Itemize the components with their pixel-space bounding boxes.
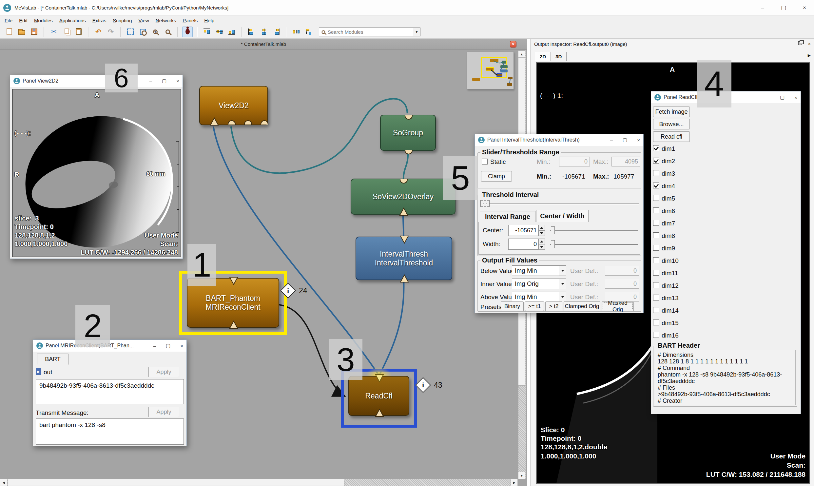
apply-out-button[interactable]: Apply xyxy=(148,367,179,377)
menu-edit[interactable]: Edit xyxy=(16,17,31,24)
copy-button[interactable] xyxy=(61,27,71,37)
window-maximize-icon[interactable]: ▢ xyxy=(779,3,788,13)
node-bart-input-connector[interactable] xyxy=(229,277,238,285)
fetch-image-button[interactable]: Fetch image xyxy=(653,107,690,117)
dim12-checkbox[interactable] xyxy=(653,282,659,288)
menu-view[interactable]: View xyxy=(135,17,152,24)
node-soview2doverlay-input-connector[interactable] xyxy=(400,179,408,184)
out-value-textarea[interactable]: 9b48492b-93f5-406a-8613-df5c3aeddddc xyxy=(36,379,184,404)
static-checkbox[interactable] xyxy=(482,159,488,165)
tab-2d[interactable]: 2D xyxy=(535,52,551,61)
menu-applications[interactable]: Applications xyxy=(56,17,89,24)
network-hscrollbar[interactable]: ◀ ▶ xyxy=(0,479,518,486)
panel-view2d2-titlebar[interactable]: Panel View2D2 – ▢ × xyxy=(10,75,183,87)
combo-dropdown-icon[interactable] xyxy=(559,292,566,302)
preset-clamped-orig-button[interactable]: Clamped Orig xyxy=(564,301,600,311)
wire-intervalthresh-readcfl[interactable] xyxy=(379,281,404,375)
panel-maximize-icon[interactable]: ▢ xyxy=(162,78,166,84)
window-minimize-icon[interactable]: – xyxy=(758,3,767,13)
dim8-checkbox[interactable] xyxy=(653,232,659,238)
menu-scripting[interactable]: Scripting xyxy=(109,17,135,24)
preset-binary-button[interactable]: Binary xyxy=(501,301,524,311)
zoom-out-button[interactable]: – xyxy=(163,27,173,37)
inspector-close-icon[interactable]: × xyxy=(808,41,811,47)
dim6-checkbox[interactable] xyxy=(653,207,659,213)
panel-maximize-icon[interactable]: ▢ xyxy=(623,137,627,143)
panel-minimize-icon[interactable]: – xyxy=(153,343,156,349)
undo-icon[interactable]: ↶ xyxy=(93,27,104,37)
menu-networks[interactable]: Networks xyxy=(152,17,180,24)
wire-intervalthresh-soview2doverlay[interactable] xyxy=(403,216,404,238)
center-slider[interactable] xyxy=(550,225,638,236)
read-cfl-button[interactable]: Read cfl xyxy=(653,131,690,142)
dim10-checkbox[interactable] xyxy=(653,257,659,263)
tab-3d[interactable]: 3D xyxy=(551,52,567,61)
node-view2d2-inventor-connector-2[interactable] xyxy=(244,120,252,125)
align-bottom-button[interactable] xyxy=(227,27,237,37)
network-minimap[interactable] xyxy=(467,52,514,89)
panel-close-icon[interactable]: × xyxy=(176,78,179,84)
menu-extras[interactable]: Extras xyxy=(89,17,110,24)
dim1-checkbox[interactable] xyxy=(653,145,659,151)
scroll-down-icon[interactable]: ▼ xyxy=(518,472,525,479)
preset-ge-t1-button[interactable]: >= t1 xyxy=(525,301,544,311)
threshold-range-slider[interactable] xyxy=(480,200,639,207)
tab-interval-range[interactable]: Interval Range xyxy=(480,211,535,222)
node-soview2doverlay-output-connector[interactable] xyxy=(399,207,408,216)
scroll-left-icon[interactable]: ◀ xyxy=(0,479,7,486)
dim7-checkbox[interactable] xyxy=(653,220,659,226)
menu-modules[interactable]: Modules xyxy=(31,17,56,24)
distribute-horizontal-button[interactable] xyxy=(291,27,301,37)
spin-down-icon[interactable] xyxy=(538,244,545,250)
save-button[interactable] xyxy=(29,27,39,37)
node-view2d2-input-connector[interactable] xyxy=(210,117,219,126)
static-max-field[interactable]: 4095 xyxy=(611,157,640,166)
debug-button[interactable] xyxy=(182,27,193,37)
align-left-button[interactable] xyxy=(246,27,257,37)
inspector-float-icon[interactable] xyxy=(798,41,802,45)
align-top-button[interactable] xyxy=(202,27,212,37)
scroll-right-icon[interactable]: ▶ xyxy=(511,479,518,486)
menu-help[interactable]: Help xyxy=(201,17,218,24)
dim9-checkbox[interactable] xyxy=(653,245,659,251)
wire-sogroup-soview2doverlay[interactable] xyxy=(403,153,408,179)
tab-overflow-icon[interactable]: ▶ xyxy=(808,53,811,58)
view2d2-image-view[interactable]: A (- - -): R 60 mm slice: 3 Timepoint: 0… xyxy=(12,89,181,257)
dim16-checkbox[interactable] xyxy=(653,332,659,338)
panel-maximize-icon[interactable]: ▢ xyxy=(780,94,785,100)
panel-minimize-icon[interactable]: – xyxy=(610,137,613,143)
align-right-button[interactable] xyxy=(271,27,282,37)
dim14-checkbox[interactable] xyxy=(653,307,659,313)
node-view2d2[interactable]: View2D2 xyxy=(199,86,268,125)
user-def-field[interactable]: 0 xyxy=(605,279,639,289)
search-dropdown-icon[interactable]: ▼ xyxy=(413,28,420,36)
dim4-checkbox[interactable] xyxy=(653,183,659,188)
browse-button[interactable]: Browse... xyxy=(653,119,690,129)
width-slider[interactable] xyxy=(550,239,638,250)
node-sogroup[interactable]: SoGroup xyxy=(380,115,436,151)
dim15-checkbox[interactable] xyxy=(653,320,659,325)
align-center-button[interactable] xyxy=(259,27,269,37)
panel-close-icon[interactable]: × xyxy=(637,137,640,143)
below-value-combo[interactable]: Img Min xyxy=(512,265,566,276)
dim2-checkbox[interactable] xyxy=(653,158,659,164)
redo-icon[interactable]: ↷ xyxy=(106,27,116,37)
inner-value-combo[interactable]: Img Orig xyxy=(512,279,566,289)
panel-minimize-icon[interactable]: – xyxy=(767,95,770,100)
node-readcfl-output-connector[interactable] xyxy=(375,409,384,417)
menu-panels[interactable]: Panels xyxy=(179,17,201,24)
user-def-field[interactable]: 0 xyxy=(605,266,639,276)
dim11-checkbox[interactable] xyxy=(653,270,659,276)
panel-close-icon[interactable]: × xyxy=(180,343,183,349)
node-readcfl[interactable]: ReadCfl xyxy=(348,376,409,416)
spin-down-icon[interactable] xyxy=(538,230,545,236)
align-middle-button[interactable] xyxy=(214,27,225,37)
tab-center-width[interactable]: Center / Width xyxy=(536,210,589,222)
dim5-checkbox[interactable] xyxy=(653,195,659,201)
static-min-field[interactable]: 0 xyxy=(559,157,590,166)
node-intervalthresh-input-connector[interactable] xyxy=(400,235,409,244)
panel-interval-titlebar[interactable]: Panel IntervalThreshold(IntervalThresh) … xyxy=(475,134,643,146)
panel-minimize-icon[interactable]: – xyxy=(149,78,152,84)
width-spinbox[interactable]: 0 xyxy=(508,239,545,250)
window-close-icon[interactable]: × xyxy=(800,3,809,13)
